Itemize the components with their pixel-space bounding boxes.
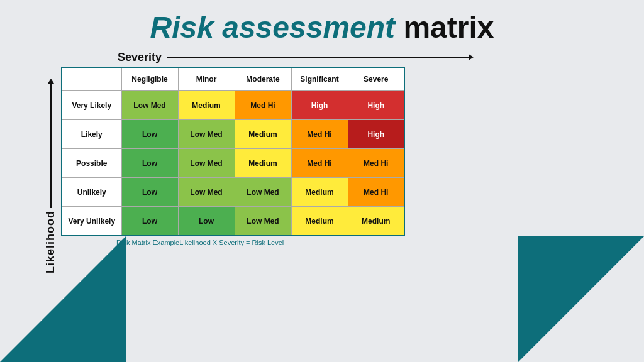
title-part2: matrix <box>403 11 494 44</box>
risk-cell-r2-c0: Low <box>121 149 178 178</box>
risk-cell-r2-c1: Low Med <box>178 149 235 178</box>
severity-arrow <box>167 57 469 58</box>
title-part1: Risk assessment <box>150 11 396 44</box>
risk-cell-r4-c2: Low Med <box>235 207 291 236</box>
risk-cell-r3-c2: Low Med <box>235 178 291 207</box>
row-header-likely: Likely <box>62 120 121 149</box>
table-row: Very LikelyLow MedMediumMed HiHighHigh <box>62 91 404 120</box>
row-header-unlikely: Unlikely <box>62 178 121 207</box>
risk-cell-r1-c1: Low Med <box>178 120 235 149</box>
risk-cell-r3-c3: Medium <box>291 178 348 207</box>
table-row: LikelyLowLow MedMediumMed HiHigh <box>62 120 404 149</box>
table-row: PossibleLowLow MedMediumMed HiMed Hi <box>62 149 404 178</box>
risk-cell-r4-c0: Low <box>121 207 178 236</box>
risk-matrix-table: NegligibleMinorModerateSignificantSevere… <box>61 67 405 236</box>
risk-cell-r1-c4: High <box>348 120 404 149</box>
corner-header <box>62 67 121 91</box>
column-header-significant: Significant <box>291 67 348 91</box>
likelihood-label-container: Likelihood <box>44 82 57 273</box>
risk-cell-r0-c1: Medium <box>178 91 235 120</box>
footer-left-label: Risk Matrix Example <box>116 239 179 246</box>
risk-cell-r3-c1: Low Med <box>178 178 235 207</box>
risk-cell-r4-c3: Medium <box>291 207 348 236</box>
risk-cell-r0-c4: High <box>348 91 404 120</box>
footer-right-label: Likelihood X Severity = Risk Level <box>179 239 284 246</box>
risk-cell-r4-c4: Medium <box>348 207 404 236</box>
risk-cell-r3-c4: Med Hi <box>348 178 404 207</box>
risk-cell-r2-c3: Med Hi <box>291 149 348 178</box>
risk-cell-r0-c0: Low Med <box>121 91 178 120</box>
column-header-moderate: Moderate <box>235 67 291 91</box>
likelihood-arrow <box>50 82 52 208</box>
risk-cell-r2-c2: Medium <box>235 149 291 178</box>
risk-cell-r3-c0: Low <box>121 178 178 207</box>
severity-label: Severity <box>118 51 162 64</box>
risk-cell-r2-c4: Med Hi <box>348 149 404 178</box>
risk-cell-r1-c0: Low <box>121 120 178 149</box>
likelihood-label: Likelihood <box>44 211 57 273</box>
severity-container: Severity NegligibleMinorModerateSignific… <box>61 51 469 246</box>
risk-cell-r0-c2: Med Hi <box>235 91 291 120</box>
row-header-very-unlikely: Very Unlikely <box>62 207 121 236</box>
risk-cell-r0-c3: High <box>291 91 348 120</box>
table-row: UnlikelyLowLow MedLow MedMediumMed Hi <box>62 178 404 207</box>
main-content: Risk assessment matrix Likelihood Severi… <box>0 0 644 280</box>
risk-cell-r4-c1: Low <box>178 207 235 236</box>
table-footer: Risk Matrix Example Likelihood X Severit… <box>61 239 284 246</box>
severity-row: Severity <box>61 51 469 64</box>
page-title: Risk assessment matrix <box>25 11 619 45</box>
column-header-negligible: Negligible <box>121 67 178 91</box>
row-header-very-likely: Very Likely <box>62 91 121 120</box>
row-header-possible: Possible <box>62 149 121 178</box>
column-header-minor: Minor <box>178 67 235 91</box>
risk-cell-r1-c2: Medium <box>235 120 291 149</box>
risk-cell-r1-c3: Med Hi <box>291 120 348 149</box>
column-header-severe: Severe <box>348 67 404 91</box>
table-row: Very UnlikelyLowLowLow MedMediumMedium <box>62 207 404 236</box>
